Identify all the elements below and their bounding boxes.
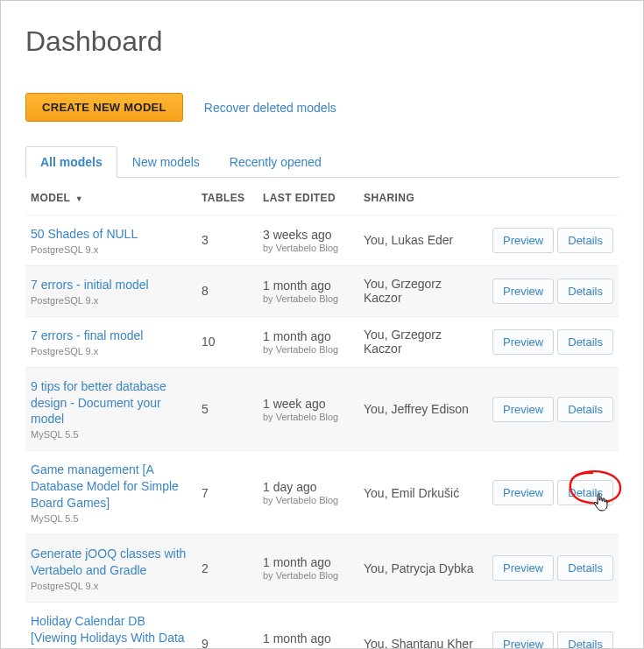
table-row: 7 errors - initial modelPostgreSQL 9.x81… — [25, 265, 619, 316]
table-row: Generate jOOQ classes with Vertabelo and… — [25, 535, 619, 603]
details-button[interactable]: Details — [557, 228, 613, 253]
last-edited-by: by Vertabelo Blog — [263, 570, 353, 581]
last-edited-by: by Vertabelo Blog — [263, 243, 353, 253]
model-tables-count: 9 — [196, 602, 258, 649]
table-row: 7 errors - final modelPostgreSQL 9.x101 … — [25, 316, 619, 367]
last-edited-when: 1 month ago — [263, 555, 353, 569]
column-header-last-edited[interactable]: LAST EDITED — [258, 178, 358, 215]
model-name-link[interactable]: Game management [A Database Model for Si… — [31, 462, 191, 511]
preview-button[interactable]: Preview — [492, 329, 554, 355]
recover-deleted-models-link[interactable]: Recover deleted models — [204, 101, 336, 115]
last-edited-by: by Vertabelo Blog — [263, 344, 353, 355]
sharing-users: You, Jeffrey Edison — [358, 367, 484, 451]
models-tbody: 50 Shades of NULLPostgreSQL 9.x33 weeks … — [25, 215, 619, 650]
last-edited-when: 1 week ago — [263, 397, 353, 411]
model-name-link[interactable]: Generate jOOQ classes with Vertabelo and… — [31, 546, 191, 579]
model-name-link[interactable]: 7 errors - final model — [31, 328, 191, 344]
preview-button[interactable]: Preview — [492, 555, 554, 581]
last-edited-by: by Vertabelo Blog — [263, 412, 353, 422]
model-tables-count: 8 — [196, 265, 258, 316]
model-engine-label: MySQL 5.5 — [31, 429, 191, 440]
last-edited-by: by Vertabelo Blog — [263, 646, 353, 649]
model-engine-label: PostgreSQL 9.x — [31, 346, 191, 356]
model-engine-label: MySQL 5.5 — [31, 513, 191, 524]
column-header-model[interactable]: MODEL — [31, 192, 70, 204]
details-button[interactable]: Details — [557, 631, 613, 649]
table-row: Holiday Calendar DB [Viewing Holidays Wi… — [25, 602, 619, 649]
preview-button[interactable]: Preview — [492, 279, 554, 304]
model-tables-count: 5 — [196, 367, 258, 451]
table-row: 9 tips for better database design - Docu… — [25, 367, 619, 451]
sharing-users: You, Lukas Eder — [358, 215, 484, 266]
tab-new-models[interactable]: New models — [117, 146, 215, 178]
sharing-users: You, Grzegorz Kaczor — [358, 316, 484, 367]
sort-desc-icon: ▼ — [75, 194, 83, 203]
sharing-users: You, Shantanu Kher — [358, 602, 484, 649]
model-tables-count: 2 — [196, 535, 258, 603]
sharing-users: You, Emil Drkušić — [358, 451, 484, 535]
last-edited-by: by Vertabelo Blog — [263, 495, 353, 505]
details-button[interactable]: Details — [557, 480, 613, 505]
model-engine-label: PostgreSQL 9.x — [31, 581, 191, 591]
model-engine-label: PostgreSQL 9.x — [31, 244, 191, 255]
last-edited-when: 3 weeks ago — [263, 228, 353, 242]
model-tabs: All modelsNew modelsRecently opened — [25, 146, 619, 178]
table-row: 50 Shades of NULLPostgreSQL 9.x33 weeks … — [25, 215, 619, 266]
model-name-link[interactable]: 7 errors - initial model — [31, 277, 191, 293]
preview-button[interactable]: Preview — [492, 397, 554, 422]
preview-button[interactable]: Preview — [492, 480, 554, 505]
model-name-link[interactable]: Holiday Calendar DB [Viewing Holidays Wi… — [31, 613, 191, 649]
model-engine-label: PostgreSQL 9.x — [31, 295, 191, 306]
page-title: Dashboard — [25, 25, 619, 58]
details-button[interactable]: Details — [557, 279, 613, 304]
last-edited-by: by Vertabelo Blog — [263, 293, 353, 304]
details-button[interactable]: Details — [557, 555, 613, 581]
preview-button[interactable]: Preview — [492, 631, 554, 649]
details-button[interactable]: Details — [557, 329, 613, 355]
last-edited-when: 1 day ago — [263, 480, 353, 494]
model-tables-count: 7 — [196, 451, 258, 535]
column-header-sharing[interactable]: SHARING — [358, 178, 484, 215]
sharing-users: You, Patrycja Dybka — [358, 535, 484, 603]
table-row: Game management [A Database Model for Si… — [25, 451, 619, 535]
last-edited-when: 1 month ago — [263, 631, 353, 645]
model-name-link[interactable]: 50 Shades of NULL — [31, 226, 191, 243]
preview-button[interactable]: Preview — [492, 228, 554, 253]
models-table: MODEL ▼ TABLES LAST EDITED SHARING 50 Sh… — [25, 178, 619, 649]
tab-all-models[interactable]: All models — [25, 146, 117, 178]
model-name-link[interactable]: 9 tips for better database design - Docu… — [31, 378, 191, 428]
sharing-users: You, Grzegorz Kaczor — [358, 265, 484, 316]
column-header-tables[interactable]: TABLES — [196, 178, 258, 215]
last-edited-when: 1 month ago — [263, 329, 353, 343]
last-edited-when: 1 month ago — [263, 279, 353, 293]
create-new-model-button[interactable]: CREATE NEW MODEL — [25, 93, 183, 122]
model-tables-count: 10 — [196, 316, 258, 367]
details-button[interactable]: Details — [557, 397, 613, 422]
tab-recently-opened[interactable]: Recently opened — [215, 146, 336, 178]
model-tables-count: 3 — [196, 215, 258, 266]
